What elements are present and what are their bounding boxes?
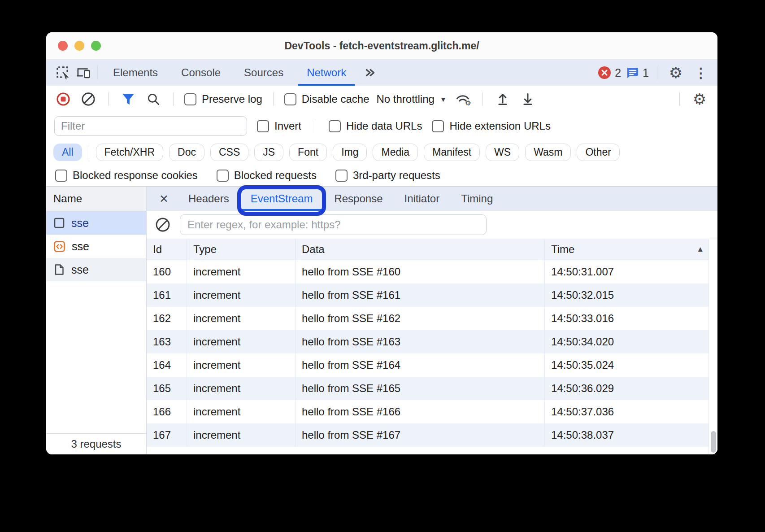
divider bbox=[108, 92, 109, 106]
blocked-requests-checkbox[interactable]: Blocked requests bbox=[217, 169, 317, 182]
chip-fetch-xhr[interactable]: Fetch/XHR bbox=[96, 144, 163, 161]
network-panels: Name sse sse sse bbox=[46, 187, 717, 454]
request-row-sse-1[interactable]: sse bbox=[46, 211, 146, 235]
requests-summary: 3 requests bbox=[46, 433, 146, 454]
checkbox bbox=[432, 120, 444, 132]
square-icon bbox=[53, 217, 65, 229]
tab-headers[interactable]: Headers bbox=[178, 187, 240, 211]
clear-network-log-icon[interactable] bbox=[79, 90, 97, 108]
chip-css[interactable]: CSS bbox=[210, 144, 248, 161]
hide-extension-urls-checkbox[interactable]: Hide extension URLs bbox=[432, 120, 550, 132]
checkbox bbox=[184, 93, 196, 105]
name-column-header[interactable]: Name bbox=[46, 187, 146, 211]
regex-filter-input[interactable] bbox=[180, 214, 487, 235]
device-toolbar-icon[interactable] bbox=[73, 64, 94, 82]
table-row[interactable]: 161 increment hello from SSE #161 14:50:… bbox=[147, 283, 717, 307]
kebab-menu-icon[interactable]: ⋮ bbox=[691, 64, 711, 82]
network-settings-gear-icon[interactable]: ⚙ bbox=[691, 90, 708, 108]
close-detail-icon[interactable]: ✕ bbox=[150, 192, 178, 205]
column-header-type[interactable]: Type bbox=[187, 239, 296, 260]
divider bbox=[97, 66, 98, 79]
table-row[interactable]: 164 increment hello from SSE #164 14:50:… bbox=[147, 353, 717, 377]
settings-gear-icon[interactable]: ⚙ bbox=[665, 64, 686, 82]
sort-ascending-icon: ▲ bbox=[696, 245, 704, 254]
request-list-empty-area bbox=[46, 281, 146, 433]
request-row-sse-2[interactable]: sse bbox=[46, 235, 146, 258]
clear-events-icon[interactable] bbox=[154, 216, 172, 234]
hide-data-urls-checkbox[interactable]: Hide data URLs bbox=[329, 120, 422, 132]
chip-wasm[interactable]: Wasm bbox=[525, 144, 571, 161]
column-header-id[interactable]: Id bbox=[147, 239, 187, 260]
filter-input[interactable] bbox=[54, 116, 247, 136]
table-row[interactable]: 167 increment hello from SSE #167 14:50:… bbox=[147, 423, 717, 447]
divider bbox=[273, 92, 274, 106]
document-icon bbox=[53, 264, 65, 275]
chevron-down-icon: ▼ bbox=[440, 96, 447, 103]
devtools-window: DevTools - fetch-eventstream.glitch.me/ … bbox=[46, 32, 717, 454]
chip-media[interactable]: Media bbox=[373, 144, 418, 161]
checkbox bbox=[257, 120, 269, 132]
export-har-icon[interactable] bbox=[519, 90, 537, 108]
chip-font[interactable]: Font bbox=[289, 144, 327, 161]
table-row[interactable]: 160 increment hello from SSE #160 14:50:… bbox=[147, 260, 717, 283]
checkbox bbox=[217, 170, 229, 182]
tab-initiator[interactable]: Initiator bbox=[393, 187, 450, 211]
message-icon bbox=[626, 66, 639, 79]
column-header-time[interactable]: Time ▲ bbox=[545, 239, 717, 260]
search-icon[interactable] bbox=[144, 90, 162, 108]
chip-manifest[interactable]: Manifest bbox=[424, 144, 480, 161]
chip-all[interactable]: All bbox=[53, 144, 82, 161]
table-row[interactable]: 166 increment hello from SSE #166 14:50:… bbox=[147, 400, 717, 423]
error-icon bbox=[598, 66, 611, 79]
divider bbox=[679, 92, 680, 106]
request-detail-panel: ✕ Headers EventStream Response Initiator… bbox=[147, 187, 717, 454]
tab-network[interactable]: Network bbox=[295, 60, 358, 86]
tab-timing[interactable]: Timing bbox=[450, 187, 504, 211]
network-conditions-icon[interactable]: ⚙ bbox=[454, 90, 472, 108]
tab-elements[interactable]: Elements bbox=[101, 60, 170, 86]
vertical-scrollbar[interactable] bbox=[708, 239, 717, 454]
divider bbox=[173, 92, 174, 106]
tab-console[interactable]: Console bbox=[170, 60, 232, 86]
tab-sources[interactable]: Sources bbox=[232, 60, 295, 86]
request-list-panel: Name sse sse sse bbox=[46, 187, 147, 454]
chip-img[interactable]: Img bbox=[333, 144, 367, 161]
blocked-filters-row: Blocked response cookies Blocked request… bbox=[46, 165, 717, 187]
table-row[interactable]: 165 increment hello from SSE #165 14:50:… bbox=[147, 377, 717, 400]
preserve-log-checkbox[interactable]: Preserve log bbox=[184, 93, 262, 105]
filter-row: Invert Hide data URLs Hide extension URL… bbox=[46, 113, 717, 140]
table-header-row: Id Type Data Time ▲ bbox=[147, 239, 717, 260]
throttling-select[interactable]: No throttling ▼ bbox=[376, 93, 446, 105]
chip-ws[interactable]: WS bbox=[486, 144, 519, 161]
checkbox bbox=[335, 170, 348, 182]
scrollbar-thumb[interactable] bbox=[711, 431, 716, 453]
request-row-sse-3[interactable]: sse bbox=[46, 258, 146, 281]
more-tabs-icon[interactable] bbox=[360, 64, 380, 82]
third-party-requests-checkbox[interactable]: 3rd-party requests bbox=[335, 169, 440, 182]
blocked-response-cookies-checkbox[interactable]: Blocked response cookies bbox=[55, 169, 198, 182]
disable-cache-checkbox[interactable]: Disable cache bbox=[284, 93, 369, 105]
tab-eventstream[interactable]: EventStream bbox=[240, 187, 324, 211]
invert-checkbox[interactable]: Invert bbox=[257, 120, 301, 132]
record-network-log-button[interactable] bbox=[54, 90, 72, 108]
column-header-data[interactable]: Data bbox=[296, 239, 545, 260]
message-badge[interactable]: 1 bbox=[626, 66, 649, 79]
chip-other[interactable]: Other bbox=[577, 144, 620, 161]
error-badge[interactable]: 2 bbox=[598, 66, 621, 79]
window-title: DevTools - fetch-eventstream.glitch.me/ bbox=[46, 40, 717, 52]
checkbox bbox=[55, 170, 67, 182]
detail-tab-bar: ✕ Headers EventStream Response Initiator… bbox=[147, 187, 717, 211]
chip-js[interactable]: JS bbox=[254, 144, 283, 161]
filter-funnel-icon[interactable] bbox=[119, 90, 137, 108]
divider bbox=[482, 92, 483, 106]
request-type-filter-row: All Fetch/XHR Doc CSS JS Font Img Media … bbox=[46, 140, 717, 165]
gear-mini-icon: ⚙ bbox=[465, 99, 471, 107]
tab-response[interactable]: Response bbox=[323, 187, 393, 211]
table-row[interactable]: 162 increment hello from SSE #162 14:50:… bbox=[147, 307, 717, 330]
import-har-icon[interactable] bbox=[494, 90, 512, 108]
divider bbox=[657, 66, 657, 79]
main-tab-bar: Elements Console Sources Network 2 bbox=[46, 60, 717, 86]
chip-doc[interactable]: Doc bbox=[169, 144, 204, 161]
inspect-element-icon[interactable] bbox=[52, 64, 73, 82]
table-row[interactable]: 163 increment hello from SSE #163 14:50:… bbox=[147, 330, 717, 353]
